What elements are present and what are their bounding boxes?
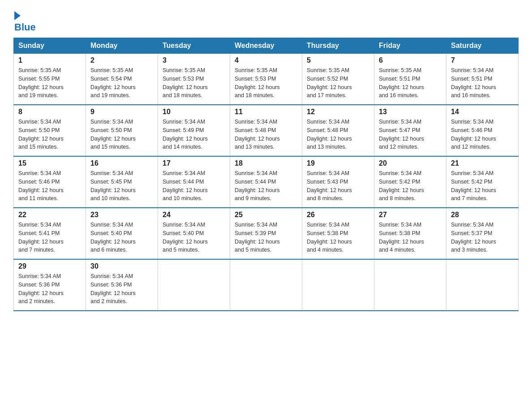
day-number: 11 xyxy=(235,108,297,116)
day-info: Sunrise: 5:34 AMSunset: 5:46 PMDaylight:… xyxy=(451,118,514,151)
calendar-cell: 22Sunrise: 5:34 AMSunset: 5:41 PMDayligh… xyxy=(14,208,86,259)
header-thursday: Thursday xyxy=(302,38,374,54)
day-number: 29 xyxy=(18,262,81,270)
header: Blue xyxy=(13,9,519,33)
day-info: Sunrise: 5:34 AMSunset: 5:48 PMDaylight:… xyxy=(307,118,369,151)
day-info: Sunrise: 5:34 AMSunset: 5:39 PMDaylight:… xyxy=(235,221,297,254)
day-info: Sunrise: 5:34 AMSunset: 5:42 PMDaylight:… xyxy=(451,169,514,203)
day-number: 21 xyxy=(451,159,514,167)
day-info: Sunrise: 5:34 AMSunset: 5:43 PMDaylight:… xyxy=(307,169,369,203)
logo: Blue xyxy=(13,9,36,33)
calendar-cell: 18Sunrise: 5:34 AMSunset: 5:44 PMDayligh… xyxy=(230,156,302,208)
day-info: Sunrise: 5:34 AMSunset: 5:48 PMDaylight:… xyxy=(235,118,297,151)
calendar-cell xyxy=(230,259,302,311)
day-info: Sunrise: 5:34 AMSunset: 5:40 PMDaylight:… xyxy=(163,221,225,254)
day-number: 1 xyxy=(18,56,81,64)
week-row-2: 8Sunrise: 5:34 AMSunset: 5:50 PMDaylight… xyxy=(14,105,519,156)
calendar-cell: 28Sunrise: 5:34 AMSunset: 5:37 PMDayligh… xyxy=(446,208,519,259)
week-row-1: 1Sunrise: 5:35 AMSunset: 5:55 PMDaylight… xyxy=(14,54,519,105)
day-info: Sunrise: 5:35 AMSunset: 5:51 PMDaylight:… xyxy=(379,66,442,100)
day-number: 26 xyxy=(307,211,369,219)
calendar-cell: 12Sunrise: 5:34 AMSunset: 5:48 PMDayligh… xyxy=(302,105,374,156)
day-info: Sunrise: 5:35 AMSunset: 5:55 PMDaylight:… xyxy=(18,66,81,100)
day-info: Sunrise: 5:34 AMSunset: 5:49 PMDaylight:… xyxy=(163,118,225,151)
header-friday: Friday xyxy=(374,38,446,54)
calendar-cell: 11Sunrise: 5:34 AMSunset: 5:48 PMDayligh… xyxy=(230,105,302,156)
day-number: 15 xyxy=(18,159,81,167)
week-row-4: 22Sunrise: 5:34 AMSunset: 5:41 PMDayligh… xyxy=(14,208,519,259)
calendar-cell xyxy=(158,259,230,311)
header-sunday: Sunday xyxy=(14,38,86,54)
calendar-cell: 21Sunrise: 5:34 AMSunset: 5:42 PMDayligh… xyxy=(446,156,519,208)
calendar-cell: 17Sunrise: 5:34 AMSunset: 5:44 PMDayligh… xyxy=(158,156,230,208)
day-number: 16 xyxy=(90,159,153,167)
day-info: Sunrise: 5:34 AMSunset: 5:47 PMDaylight:… xyxy=(379,118,442,151)
calendar-cell: 20Sunrise: 5:34 AMSunset: 5:42 PMDayligh… xyxy=(374,156,446,208)
calendar-cell: 30Sunrise: 5:34 AMSunset: 5:36 PMDayligh… xyxy=(86,259,158,311)
calendar-header-row: SundayMondayTuesdayWednesdayThursdayFrid… xyxy=(14,38,519,54)
day-number: 24 xyxy=(163,211,225,219)
header-saturday: Saturday xyxy=(446,38,519,54)
calendar-cell xyxy=(374,259,446,311)
day-number: 13 xyxy=(379,108,442,116)
day-info: Sunrise: 5:34 AMSunset: 5:42 PMDaylight:… xyxy=(379,169,442,203)
day-number: 14 xyxy=(451,108,514,116)
header-monday: Monday xyxy=(86,38,158,54)
calendar-cell: 5Sunrise: 5:35 AMSunset: 5:52 PMDaylight… xyxy=(302,54,374,105)
day-number: 6 xyxy=(379,56,442,64)
day-number: 10 xyxy=(163,108,225,116)
day-number: 27 xyxy=(379,211,442,219)
calendar-table: SundayMondayTuesdayWednesdayThursdayFrid… xyxy=(13,38,519,311)
calendar-cell: 9Sunrise: 5:34 AMSunset: 5:50 PMDaylight… xyxy=(86,105,158,156)
week-row-3: 15Sunrise: 5:34 AMSunset: 5:46 PMDayligh… xyxy=(14,156,519,208)
calendar-cell: 14Sunrise: 5:34 AMSunset: 5:46 PMDayligh… xyxy=(446,105,519,156)
day-number: 19 xyxy=(307,159,369,167)
calendar-cell: 29Sunrise: 5:34 AMSunset: 5:36 PMDayligh… xyxy=(14,259,86,311)
calendar-cell xyxy=(302,259,374,311)
day-info: Sunrise: 5:35 AMSunset: 5:52 PMDaylight:… xyxy=(307,66,369,100)
calendar-cell: 8Sunrise: 5:34 AMSunset: 5:50 PMDaylight… xyxy=(14,105,86,156)
day-info: Sunrise: 5:35 AMSunset: 5:53 PMDaylight:… xyxy=(163,66,225,100)
day-number: 9 xyxy=(90,108,153,116)
calendar-cell: 10Sunrise: 5:34 AMSunset: 5:49 PMDayligh… xyxy=(158,105,230,156)
day-number: 25 xyxy=(235,211,297,219)
calendar-cell: 13Sunrise: 5:34 AMSunset: 5:47 PMDayligh… xyxy=(374,105,446,156)
day-info: Sunrise: 5:34 AMSunset: 5:38 PMDaylight:… xyxy=(307,221,369,254)
calendar-cell: 3Sunrise: 5:35 AMSunset: 5:53 PMDaylight… xyxy=(158,54,230,105)
calendar-cell: 6Sunrise: 5:35 AMSunset: 5:51 PMDaylight… xyxy=(374,54,446,105)
calendar-cell xyxy=(446,259,519,311)
day-info: Sunrise: 5:35 AMSunset: 5:53 PMDaylight:… xyxy=(235,66,297,100)
day-number: 22 xyxy=(18,211,81,219)
calendar-cell: 27Sunrise: 5:34 AMSunset: 5:38 PMDayligh… xyxy=(374,208,446,259)
calendar-cell: 26Sunrise: 5:34 AMSunset: 5:38 PMDayligh… xyxy=(302,208,374,259)
calendar-cell: 4Sunrise: 5:35 AMSunset: 5:53 PMDaylight… xyxy=(230,54,302,105)
calendar-cell: 15Sunrise: 5:34 AMSunset: 5:46 PMDayligh… xyxy=(14,156,86,208)
day-number: 3 xyxy=(163,56,225,64)
day-info: Sunrise: 5:34 AMSunset: 5:36 PMDaylight:… xyxy=(90,272,153,306)
day-info: Sunrise: 5:34 AMSunset: 5:36 PMDaylight:… xyxy=(18,272,81,306)
day-info: Sunrise: 5:34 AMSunset: 5:44 PMDaylight:… xyxy=(235,169,297,203)
logo-arrow-icon xyxy=(14,11,21,20)
day-info: Sunrise: 5:34 AMSunset: 5:45 PMDaylight:… xyxy=(90,169,153,203)
day-number: 23 xyxy=(90,211,153,219)
day-number: 30 xyxy=(90,262,153,270)
day-info: Sunrise: 5:34 AMSunset: 5:51 PMDaylight:… xyxy=(451,66,514,100)
day-info: Sunrise: 5:34 AMSunset: 5:50 PMDaylight:… xyxy=(18,118,81,151)
day-number: 18 xyxy=(235,159,297,167)
day-number: 8 xyxy=(18,108,81,116)
calendar-cell: 23Sunrise: 5:34 AMSunset: 5:40 PMDayligh… xyxy=(86,208,158,259)
header-tuesday: Tuesday xyxy=(158,38,230,54)
calendar-cell: 24Sunrise: 5:34 AMSunset: 5:40 PMDayligh… xyxy=(158,208,230,259)
day-number: 4 xyxy=(235,56,297,64)
day-number: 17 xyxy=(163,159,225,167)
day-number: 7 xyxy=(451,56,514,64)
day-info: Sunrise: 5:34 AMSunset: 5:38 PMDaylight:… xyxy=(379,221,442,254)
day-number: 5 xyxy=(307,56,369,64)
day-info: Sunrise: 5:34 AMSunset: 5:40 PMDaylight:… xyxy=(90,221,153,254)
header-wednesday: Wednesday xyxy=(230,38,302,54)
day-number: 2 xyxy=(90,56,153,64)
day-info: Sunrise: 5:34 AMSunset: 5:41 PMDaylight:… xyxy=(18,221,81,254)
day-info: Sunrise: 5:35 AMSunset: 5:54 PMDaylight:… xyxy=(90,66,153,100)
day-info: Sunrise: 5:34 AMSunset: 5:37 PMDaylight:… xyxy=(451,221,514,254)
day-number: 12 xyxy=(307,108,369,116)
